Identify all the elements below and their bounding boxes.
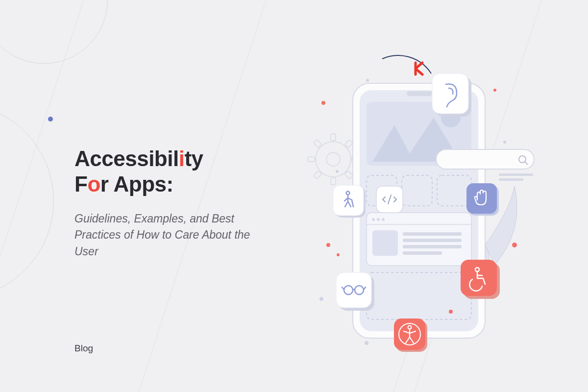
accessibility-icon-card xyxy=(394,318,427,352)
svg-rect-28 xyxy=(403,245,462,248)
svg-point-0 xyxy=(316,142,351,177)
bg-dot xyxy=(48,117,53,122)
svg-point-60 xyxy=(512,243,517,247)
svg-rect-29 xyxy=(403,251,442,255)
hero-illustration xyxy=(309,49,564,363)
svg-point-61 xyxy=(449,310,453,314)
svg-point-59 xyxy=(319,297,323,301)
code-icon-card xyxy=(376,186,403,213)
glasses-icon-card xyxy=(336,272,374,311)
svg-point-65 xyxy=(336,170,339,173)
svg-rect-43 xyxy=(466,183,497,214)
svg-rect-34 xyxy=(499,173,533,176)
svg-rect-4 xyxy=(308,157,315,162)
gear-icon xyxy=(308,134,359,185)
wheelchair-icon-card xyxy=(461,260,500,299)
svg-point-64 xyxy=(503,141,506,144)
svg-point-57 xyxy=(493,89,496,92)
svg-rect-45 xyxy=(336,272,371,308)
page-title: Accessibility For Apps: xyxy=(74,146,285,197)
svg-point-1 xyxy=(326,152,340,166)
svg-point-55 xyxy=(321,101,325,105)
logo-mark xyxy=(416,63,422,74)
svg-rect-35 xyxy=(499,178,523,181)
bg-arc xyxy=(0,103,54,299)
svg-rect-25 xyxy=(372,230,398,256)
hand-icon-card xyxy=(466,183,499,216)
page-subtitle: Guidelines, Examples, and Best Practices… xyxy=(74,211,261,260)
svg-rect-26 xyxy=(403,232,462,236)
hero-banner: Accessibility For Apps: Guidelines, Exam… xyxy=(0,0,588,392)
svg-rect-27 xyxy=(403,239,462,242)
svg-point-23 xyxy=(382,218,385,221)
bg-arc xyxy=(0,0,108,64)
walking-icon-card xyxy=(333,185,366,218)
svg-point-63 xyxy=(337,253,340,256)
svg-point-21 xyxy=(372,218,375,221)
svg-rect-3 xyxy=(331,178,336,185)
ear-icon-card xyxy=(432,74,471,117)
svg-point-56 xyxy=(366,79,369,82)
svg-point-62 xyxy=(365,341,368,345)
svg-point-58 xyxy=(326,243,330,247)
category-label: Blog xyxy=(74,343,93,354)
svg-rect-12 xyxy=(407,91,432,96)
svg-rect-2 xyxy=(331,134,336,141)
svg-point-22 xyxy=(377,218,380,221)
svg-rect-37 xyxy=(432,74,468,114)
